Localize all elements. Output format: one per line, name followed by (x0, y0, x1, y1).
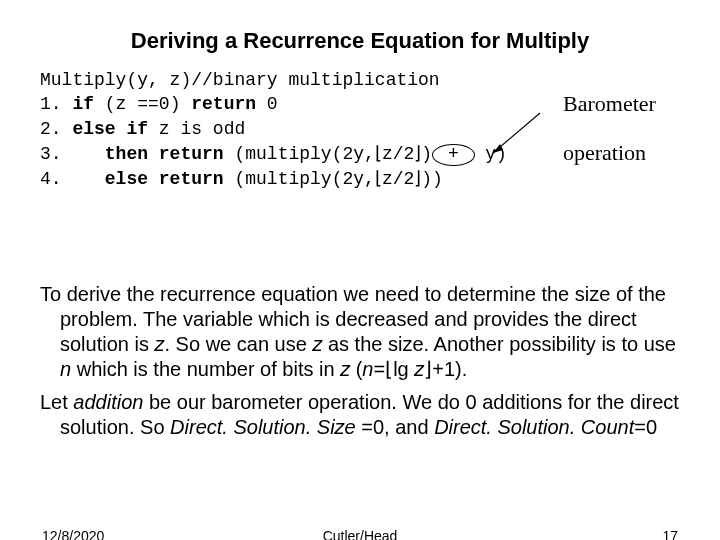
kw-if: if (72, 94, 94, 114)
page-title: Deriving a Recurrence Equation for Multi… (40, 28, 680, 54)
p1t2: . So we can use (165, 333, 313, 355)
c2a: 2. (40, 119, 72, 139)
c3e: ) (421, 144, 432, 164)
kw-elseif: else if (72, 119, 148, 139)
p1t7: +1). (432, 358, 467, 380)
c4e: )) (421, 169, 443, 189)
floor-l-3: ⌊ (385, 358, 393, 380)
c1c: (z ==0) (94, 94, 191, 114)
p1z3: z (340, 358, 350, 380)
footer-date: 12/8/2020 (42, 528, 104, 540)
p1z2: z (312, 333, 322, 355)
c1a: 1. (40, 94, 72, 114)
p1n2: n (362, 358, 373, 380)
p2dscount: Direct. Solution. Count (434, 416, 634, 438)
paragraph-2: Let addition be our barometer operation.… (60, 390, 680, 440)
c4c: (multiply(2y, (224, 169, 375, 189)
kw-else-return: else return (105, 169, 224, 189)
p1t4: which is the number of bits in (71, 358, 340, 380)
c3d: z/2 (382, 144, 414, 164)
p1z1: z (155, 333, 165, 355)
c4a: 4. (40, 169, 105, 189)
p2t1: Let (40, 391, 73, 413)
p1z4: z (414, 358, 424, 380)
plus-op: + (437, 144, 469, 164)
c1e: 0 (256, 94, 278, 114)
p2dssize: Direct. Solution. Size (170, 416, 361, 438)
floor-l-1: ⌊ (375, 143, 382, 163)
p1t5: ( (350, 358, 362, 380)
c3c: (multiply(2y, (224, 144, 375, 164)
p2t4: =0 (634, 416, 657, 438)
code-line-0: Multiply(y, z)//binary multiplication (40, 70, 440, 90)
paragraph-1: To derive the recurrence equation we nee… (60, 282, 680, 382)
p2t3: =0, and (361, 416, 434, 438)
c4d: z/2 (382, 169, 414, 189)
footer-page: 17 (662, 528, 678, 540)
annotation-barometer: Barometer operation (530, 68, 650, 189)
annot-line1: Barometer (563, 91, 656, 116)
slide: Deriving a Recurrence Equation for Multi… (0, 0, 720, 540)
barometer-target: + (432, 144, 474, 166)
code-block: Multiply(y, z)//binary multiplication 1.… (40, 68, 680, 264)
footer-author: Cutler/Head (323, 528, 398, 540)
p1t6: = (373, 358, 385, 380)
p1lg: lg (393, 358, 414, 380)
p1t3: as the size. Another possibility is to u… (322, 333, 676, 355)
kw-then-return: then return (105, 144, 224, 164)
p1n1: n (60, 358, 71, 380)
floor-l-2: ⌊ (375, 168, 382, 188)
kw-return-1: return (191, 94, 256, 114)
annot-line2: operation (563, 140, 646, 165)
p2add: addition (73, 391, 143, 413)
c3a: 3. (40, 144, 105, 164)
c3g: y) (475, 144, 507, 164)
c2c: z is odd (148, 119, 245, 139)
